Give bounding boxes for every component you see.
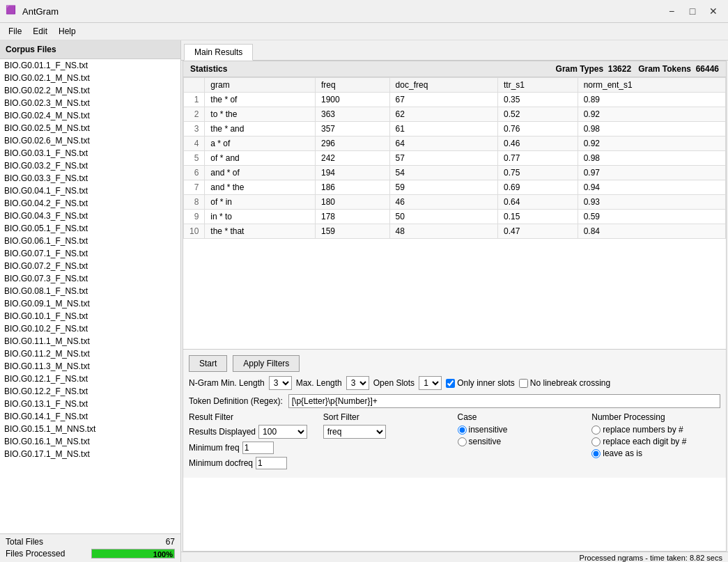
replace-digits-label[interactable]: replace each digit by # [591,437,720,446]
results-displayed-select[interactable]: 10050200500 [258,425,307,439]
no-linebreak-checkbox[interactable] [519,379,528,388]
sidebar-file-item[interactable]: BIO.G0.03.1_F_NS.txt [0,147,180,159]
sidebar-file-item[interactable]: BIO.G0.11.1_M_NS.txt [0,335,180,348]
replace-numbers-radio[interactable] [591,426,601,435]
col-freq[interactable]: freq [316,78,390,93]
main-layout: Corpus Files BIO.G0.01.1_F_NS.txtBIO.G0.… [0,40,728,562]
sidebar-file-item[interactable]: BIO.G0.11.2_M_NS.txt [0,348,180,360]
sidebar-file-item[interactable]: BIO.G0.04.3_F_NS.txt [0,210,180,222]
leave-as-is-label[interactable]: leave as is [591,448,720,458]
sidebar-file-item[interactable]: BIO.G0.04.2_F_NS.txt [0,197,180,210]
col-num [184,78,205,93]
sort-filter-select[interactable]: freqdoc_freqttr_s1norm_ent_s1gram [323,425,386,439]
ngram-min-select[interactable]: 31245 [269,376,292,390]
table-row[interactable]: 9 in * to 178 50 0.15 0.59 [184,210,726,224]
sidebar-file-item[interactable]: BIO.G0.02.3_M_NS.txt [0,97,180,109]
content-area: Main Results Statistics Gram Types 13622… [181,40,728,562]
sidebar-file-item[interactable]: BIO.G0.13.1_F_NS.txt [0,398,180,410]
sidebar-file-item[interactable]: BIO.G0.12.2_F_NS.txt [0,385,180,398]
minimize-button[interactable]: − [663,4,681,18]
sidebar-file-item[interactable]: BIO.G0.07.1_F_NS.txt [0,247,180,260]
table-row[interactable]: 5 of * and 242 57 0.77 0.98 [184,151,726,166]
only-inner-slots-checkbox[interactable] [446,379,455,388]
token-definition-input[interactable]: [\p{Letter}\p{Number}]+ [288,394,720,408]
gram-tokens-value: 66446 [696,64,719,74]
sidebar-file-item[interactable]: BIO.G0.02.5_M_NS.txt [0,122,180,134]
table-row[interactable]: 6 and * of 194 54 0.75 0.97 [184,166,726,180]
menu-help[interactable]: Help [53,24,82,38]
cell-norm-ent-s1: 0.98 [578,151,725,166]
sidebar-file-item[interactable]: BIO.G0.02.6_M_NS.txt [0,134,180,147]
min-freq-label: Minimum freq [189,443,240,453]
sidebar-file-item[interactable]: BIO.G0.09.1_M_NS.txt [0,297,180,310]
menu-file[interactable]: File [3,24,27,38]
case-insensitive-radio[interactable] [458,426,467,435]
maximize-button[interactable]: □ [683,4,702,18]
replace-digits-radio[interactable] [591,437,601,446]
corpus-file-list[interactable]: BIO.G0.01.1_F_NS.txtBIO.G0.02.1_M_NS.txt… [0,59,180,533]
sidebar-file-item[interactable]: BIO.G0.10.2_F_NS.txt [0,322,180,335]
table-row[interactable]: 10 the * that 159 48 0.47 0.84 [184,224,726,239]
case-sensitive-radio[interactable] [458,437,467,446]
sidebar-file-item[interactable]: BIO.G0.07.2_F_NS.txt [0,260,180,272]
cell-gram: the * of [205,93,316,107]
sidebar-file-item[interactable]: BIO.G0.04.1_F_NS.txt [0,185,180,197]
col-gram[interactable]: gram [205,78,316,93]
table-row[interactable]: 8 of * in 180 46 0.64 0.93 [184,195,726,210]
results-table: gram freq doc_freq ttr_s1 norm_ent_s1 1 … [183,77,726,239]
case-sensitive-label[interactable]: sensitive [458,437,587,446]
sidebar-file-item[interactable]: BIO.G0.14.1_F_NS.txt [0,410,180,423]
cell-ttr-s1: 0.69 [497,180,578,195]
table-row[interactable]: 4 a * of 296 64 0.46 0.92 [184,136,726,151]
sidebar-file-item[interactable]: BIO.G0.05.1_F_NS.txt [0,222,180,235]
min-docfreq-input[interactable] [256,457,287,469]
start-button[interactable]: Start [189,355,227,372]
window-controls: − □ ✕ [663,4,722,18]
menu-edit[interactable]: Edit [27,24,53,38]
sidebar-file-item[interactable]: BIO.G0.06.1_F_NS.txt [0,235,180,247]
sidebar-file-item[interactable]: BIO.G0.02.4_M_NS.txt [0,109,180,122]
sidebar-file-item[interactable]: BIO.G0.12.1_F_NS.txt [0,373,180,385]
sidebar-file-item[interactable]: BIO.G0.11.3_M_NS.txt [0,360,180,373]
sidebar-file-item[interactable]: BIO.G0.16.1_M_NS.txt [0,435,180,448]
col-ttr-s1[interactable]: ttr_s1 [497,78,578,93]
col-doc-freq[interactable]: doc_freq [389,78,497,93]
tab-main-results[interactable]: Main Results [184,44,253,61]
tab-bar: Main Results [181,40,728,61]
table-row[interactable]: 7 and * the 186 59 0.69 0.94 [184,180,726,195]
case-title: Case [458,412,587,422]
sidebar-file-item[interactable]: BIO.G0.07.3_F_NS.txt [0,272,180,285]
case-insensitive-label[interactable]: insensitive [458,425,587,435]
ngram-max-select[interactable]: 31245 [346,376,369,390]
min-freq-input[interactable] [242,442,274,454]
gram-types-value: 13622 [608,64,631,74]
close-button[interactable]: ✕ [704,4,722,18]
no-linebreak-label[interactable]: No linebreak crossing [519,378,610,388]
sidebar-file-item[interactable]: BIO.G0.03.3_F_NS.txt [0,172,180,185]
apply-filters-button[interactable]: Apply Filters [233,355,300,372]
cell-num: 4 [184,136,205,151]
sidebar-file-item[interactable]: BIO.G0.02.1_M_NS.txt [0,72,180,84]
only-inner-slots-label[interactable]: Only inner slots [446,378,515,388]
table-row[interactable]: 1 the * of 1900 67 0.35 0.89 [184,93,726,107]
min-docfreq-label: Minimum docfreq [189,458,253,468]
sidebar-file-item[interactable]: BIO.G0.15.1_M_NNS.txt [0,423,180,435]
sidebar-file-item[interactable]: BIO.G0.08.1_F_NS.txt [0,285,180,297]
results-table-wrapper[interactable]: gram freq doc_freq ttr_s1 norm_ent_s1 1 … [183,77,726,349]
sidebar-file-item[interactable]: BIO.G0.10.1_F_NS.txt [0,310,180,322]
replace-numbers-label[interactable]: replace numbers by # [591,425,720,435]
case-section: Case insensitive sensitive [458,412,587,472]
table-header-row: gram freq doc_freq ttr_s1 norm_ent_s1 [184,78,726,93]
sidebar-file-item[interactable]: BIO.G0.01.1_F_NS.txt [0,59,180,72]
table-row[interactable]: 3 the * and 357 61 0.76 0.98 [184,122,726,136]
table-row[interactable]: 2 to * the 363 62 0.52 0.92 [184,107,726,122]
col-norm-ent-s1[interactable]: norm_ent_s1 [578,78,725,93]
open-slots-select[interactable]: 123 [419,376,442,390]
leave-as-is-radio[interactable] [591,449,601,458]
sidebar-file-item[interactable]: BIO.G0.03.2_F_NS.txt [0,159,180,172]
sidebar: Corpus Files BIO.G0.01.1_F_NS.txtBIO.G0.… [0,40,181,562]
cell-ttr-s1: 0.76 [497,122,578,136]
sidebar-file-item[interactable]: BIO.G0.17.1_M_NS.txt [0,448,180,460]
sidebar-file-item[interactable]: BIO.G0.02.2_M_NS.txt [0,84,180,97]
cell-doc-freq: 46 [389,195,497,210]
